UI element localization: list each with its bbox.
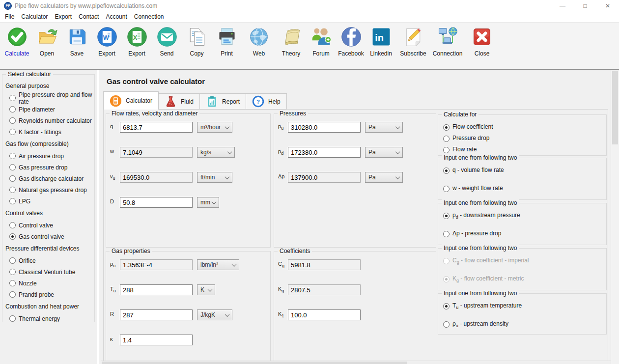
tab-calculator[interactable]: Calculator xyxy=(103,91,159,110)
sidebar-option-gas-pressure-drop[interactable]: Gas pressure drop xyxy=(5,162,93,173)
send-button[interactable]: Send xyxy=(152,26,182,57)
kappa-input[interactable] xyxy=(120,335,193,345)
tu-unit-select[interactable]: K xyxy=(197,284,215,295)
vertical-scrollbar[interactable] xyxy=(611,70,619,364)
group-general-purpose: General purpose Pipe pressure drop and f… xyxy=(5,83,93,138)
dp-unit-select[interactable]: Pa xyxy=(365,172,403,183)
web-button[interactable]: Web xyxy=(242,26,276,57)
vertical-scrollbar-thumb[interactable] xyxy=(612,71,618,144)
open-button[interactable]: Open xyxy=(32,26,62,57)
sidebar-option-nozzle[interactable]: Nozzle xyxy=(5,278,93,289)
q-field-row: q m³/hour xyxy=(109,122,270,133)
sidebar-option-pipe-pressure-drop-and-flow-rate[interactable]: Pipe pressure drop and flow rate xyxy=(5,92,93,104)
close-window-button[interactable]: ✕ xyxy=(596,0,619,11)
facebook-button[interactable]: Facebook xyxy=(336,26,366,57)
sidebar-option-k-factor-fittings[interactable]: K factor - fittings xyxy=(5,126,93,138)
option-pressure-drop[interactable]: Pressure drop xyxy=(443,133,606,144)
menu-contact[interactable]: Contact xyxy=(75,12,102,22)
sidebar-option-prandtl-probe[interactable]: Prandtl probe xyxy=(5,289,93,300)
group-pressure-differential-devices: Pressure differential devices Orifice Cl… xyxy=(5,245,93,300)
tab-help[interactable]: ? Help xyxy=(246,93,287,110)
dp-input[interactable] xyxy=(288,172,361,183)
connection-button[interactable]: Connection xyxy=(430,26,465,57)
q-unit-select[interactable]: m³/hour xyxy=(197,122,232,133)
chevron-down-icon xyxy=(227,149,232,154)
w-unit-select[interactable]: kg/s xyxy=(197,147,235,158)
menu-connection[interactable]: Connection xyxy=(131,12,168,22)
kg-field-row: Kg xyxy=(277,284,436,295)
export-excel-button[interactable]: X Export xyxy=(122,26,152,57)
option-q-volume-flow-rate[interactable]: q - volume flow rate xyxy=(443,165,606,176)
option-w-weight-flow-rate[interactable]: w - weight flow rate xyxy=(443,183,606,194)
sidebar-option-pipe-diameter[interactable]: Pipe diameter xyxy=(5,104,93,115)
rho-u-label: ρu xyxy=(110,261,118,268)
tab-report[interactable]: Report xyxy=(200,93,246,110)
cg-label: Cg xyxy=(278,261,286,268)
sidebar-option-control-valve[interactable]: Control valve xyxy=(5,220,93,231)
horizontal-scrollbar-thumb[interactable] xyxy=(102,362,407,364)
rho-u-field-row: ρu lbm/in³ xyxy=(109,259,270,270)
theory-button[interactable]: Theory xyxy=(276,26,306,57)
excel-export-icon: X xyxy=(126,26,148,48)
tab-fluid[interactable]: Fluid xyxy=(159,93,200,110)
r-unit-select[interactable]: J/kgK xyxy=(197,309,232,320)
save-button[interactable]: Save xyxy=(62,26,92,57)
chevron-down-icon xyxy=(395,174,400,179)
r-input[interactable] xyxy=(120,309,193,320)
sidebar-option-air-pressure-drop[interactable]: Air pressure drop xyxy=(5,150,93,162)
kg-input[interactable] xyxy=(288,284,361,295)
chevron-down-icon xyxy=(232,262,237,267)
rho-u-unit-select[interactable]: lbm/in³ xyxy=(197,259,239,270)
flow-rates-groupbox: Flow rates, velocity and diameter q m³/h… xyxy=(106,113,271,248)
menu-export[interactable]: Export xyxy=(51,12,75,22)
tu-input[interactable] xyxy=(120,284,193,295)
copy-button[interactable]: Copy xyxy=(182,26,212,57)
option-dp-pressure-drop[interactable]: Δp - pressure drop xyxy=(443,228,606,239)
envelope-icon xyxy=(156,26,178,48)
group-combustion-heat-power: Combustion and heat power Thermal energy xyxy=(5,303,93,324)
sidebar-option-gas-control-valve[interactable]: Gas control valve xyxy=(5,231,93,242)
minimize-button[interactable]: — xyxy=(551,0,574,11)
sidebar-option-orifice[interactable]: Orifice xyxy=(5,255,93,266)
option-flow-coefficient[interactable]: Flow coefficient xyxy=(443,122,606,133)
menu-calculator[interactable]: Calculator xyxy=(18,12,51,22)
sidebar-option-natural-gas-pressure-drop[interactable]: Natural gas pressure drop xyxy=(5,184,93,196)
d-unit-select[interactable]: mm xyxy=(197,197,219,208)
option-pd-downstream-pressure[interactable]: pd - downstream pressure xyxy=(443,210,606,221)
linkedin-button[interactable]: in Linkedin xyxy=(366,26,396,57)
q-input[interactable] xyxy=(120,122,193,133)
d-input[interactable] xyxy=(120,197,193,208)
sidebar-option-lpg[interactable]: LPG xyxy=(5,196,93,207)
app-logo-icon: PF xyxy=(4,2,12,10)
print-button[interactable]: Print xyxy=(212,26,242,57)
w-input[interactable] xyxy=(120,147,193,158)
menu-file[interactable]: File xyxy=(1,12,18,22)
pu-input[interactable] xyxy=(288,122,361,133)
horizontal-scrollbar[interactable] xyxy=(101,361,611,364)
close-button[interactable]: Close xyxy=(465,26,499,57)
option-flow-rate[interactable]: Flow rate xyxy=(443,144,606,155)
maximize-button[interactable]: □ xyxy=(574,0,596,11)
calculate-for-groupbox: Calculate for Flow coefficient Pressure … xyxy=(438,114,607,156)
sidebar-option-reynolds-number-calculator[interactable]: Reynolds number calculator xyxy=(5,115,93,126)
pd-input[interactable] xyxy=(288,147,361,158)
cg-input[interactable] xyxy=(288,259,361,270)
calculate-button[interactable]: Calculate xyxy=(2,26,32,57)
sidebar-option-gas-discharge-calculator[interactable]: Gas discharge calculator xyxy=(5,173,93,184)
vu-unit-select[interactable]: ft/min xyxy=(197,172,232,183)
input-coefficient-groupbox: Input one from following two Cg - flow c… xyxy=(438,248,607,290)
option-rho-u-upstream-density[interactable]: ρu - upstream density xyxy=(443,319,606,330)
rho-u-input[interactable] xyxy=(120,259,193,270)
k1-input[interactable] xyxy=(288,309,361,320)
forum-button[interactable]: Forum xyxy=(306,26,336,57)
sidebar-option-classical-venturi-tube[interactable]: Classical Venturi tube xyxy=(5,266,93,278)
sidebar-option-thermal-energy[interactable]: Thermal energy xyxy=(5,313,93,324)
option-tu-upstream-temperature[interactable]: Tu - upstream temperature xyxy=(443,301,606,311)
vu-input[interactable] xyxy=(120,172,193,183)
pd-unit-select[interactable]: Pa xyxy=(365,147,403,158)
menu-account[interactable]: Account xyxy=(102,12,130,22)
subscribe-button[interactable]: Subscribe xyxy=(396,26,430,57)
pu-unit-select[interactable]: Pa xyxy=(365,122,403,133)
chevron-down-icon xyxy=(395,124,400,129)
export-word-button[interactable]: W Export xyxy=(92,26,122,57)
